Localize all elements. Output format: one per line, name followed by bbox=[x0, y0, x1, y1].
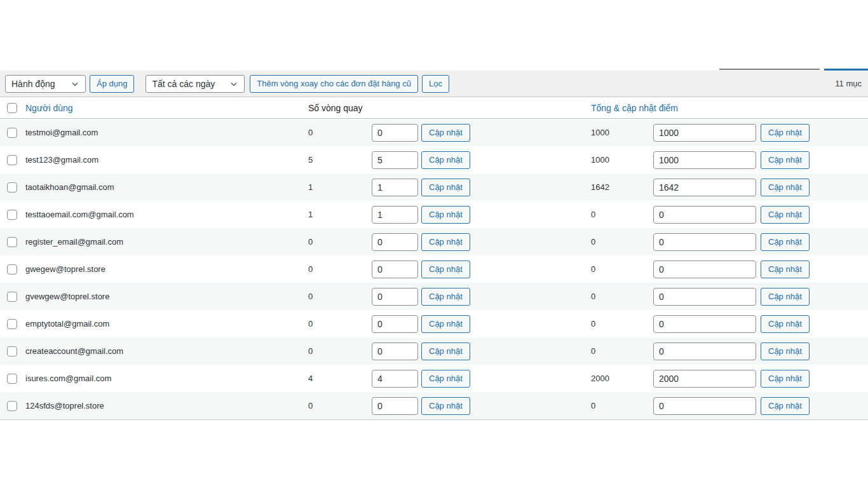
row-points-cell: 0 bbox=[588, 346, 653, 356]
spins-input[interactable] bbox=[372, 261, 418, 278]
spins-update-button[interactable]: Cập nhật bbox=[421, 261, 470, 278]
spins-update-button[interactable]: Cập nhật bbox=[421, 124, 470, 142]
row-checkbox-cell bbox=[0, 155, 21, 165]
apply-button[interactable]: Áp dụng bbox=[90, 75, 134, 93]
points-update-button[interactable]: Cập nhật bbox=[761, 124, 810, 142]
users-points-table: Người dùng Số vòng quay Tổng & cập nhật … bbox=[0, 97, 868, 420]
points-update-button[interactable]: Cập nhật bbox=[761, 233, 810, 251]
row-spins-input-cell bbox=[372, 342, 421, 360]
points-update-button[interactable]: Cập nhật bbox=[761, 397, 810, 415]
spins-input[interactable] bbox=[372, 151, 418, 169]
user-email: testmoi@gmail.com bbox=[25, 128, 98, 137]
row-points-input-cell bbox=[653, 288, 760, 306]
points-total: 2000 bbox=[591, 374, 609, 383]
spins-input[interactable] bbox=[372, 124, 418, 142]
row-spins-input-cell bbox=[372, 261, 421, 278]
filter-button[interactable]: Lọc bbox=[422, 75, 449, 93]
spins-update-button[interactable]: Cập nhật bbox=[421, 151, 470, 169]
row-spins-input-cell bbox=[372, 206, 421, 224]
row-checkbox[interactable] bbox=[7, 210, 17, 220]
points-input[interactable] bbox=[653, 288, 756, 306]
row-spins-update-cell: Cập nhật bbox=[421, 261, 588, 278]
points-update-button[interactable]: Cập nhật bbox=[761, 315, 810, 333]
points-input[interactable] bbox=[653, 206, 756, 224]
header-points-cell: Tổng & cập nhật điểm bbox=[588, 103, 868, 113]
header-user-cell: Người dùng bbox=[21, 103, 303, 113]
row-checkbox[interactable] bbox=[7, 346, 17, 356]
row-spins-cell: 1 bbox=[303, 182, 372, 192]
date-filter-select-value: Tất cả các ngày bbox=[152, 79, 215, 89]
spins-update-button[interactable]: Cập nhật bbox=[421, 233, 470, 251]
header-points-sort-link[interactable]: Tổng & cập nhật điểm bbox=[591, 103, 678, 113]
spins-input[interactable] bbox=[372, 206, 418, 224]
row-email-cell: test123@gmail.com bbox=[21, 155, 303, 165]
row-checkbox[interactable] bbox=[7, 128, 17, 138]
points-input[interactable] bbox=[653, 342, 756, 360]
row-checkbox-cell bbox=[0, 237, 21, 247]
row-points-cell: 2000 bbox=[588, 374, 653, 383]
row-checkbox[interactable] bbox=[7, 264, 17, 274]
points-update-button[interactable]: Cập nhật bbox=[761, 370, 810, 388]
spins-input[interactable] bbox=[372, 179, 418, 196]
table-row: createaccount@gmail.com 0 Cập nhật 0 Cập… bbox=[0, 337, 868, 365]
spins-update-button[interactable]: Cập nhật bbox=[421, 397, 470, 415]
spins-update-button[interactable]: Cập nhật bbox=[421, 370, 470, 388]
points-input[interactable] bbox=[653, 370, 756, 388]
row-checkbox[interactable] bbox=[7, 374, 17, 384]
row-checkbox[interactable] bbox=[7, 292, 17, 302]
points-input[interactable] bbox=[653, 151, 756, 169]
spins-update-button[interactable]: Cập nhật bbox=[421, 288, 470, 306]
points-total: 1642 bbox=[591, 182, 609, 192]
row-spins-input-cell bbox=[372, 370, 421, 388]
row-points-input-cell bbox=[653, 179, 760, 196]
row-checkbox-cell bbox=[0, 346, 21, 356]
spins-update-button[interactable]: Cập nhật bbox=[421, 206, 470, 224]
row-points-cell: 1000 bbox=[588, 155, 653, 165]
select-all-checkbox[interactable] bbox=[7, 103, 17, 113]
user-email: register_email@gmail.com bbox=[25, 237, 123, 247]
table-row: gvewgew@toprel.store 0 Cập nhật 0 Cập nh… bbox=[0, 283, 868, 310]
points-total: 1000 bbox=[591, 155, 609, 165]
row-checkbox[interactable] bbox=[7, 319, 17, 329]
spins-input[interactable] bbox=[372, 342, 418, 360]
spins-input[interactable] bbox=[372, 370, 418, 388]
row-checkbox-cell bbox=[0, 401, 21, 411]
row-checkbox-cell bbox=[0, 374, 21, 384]
spins-update-button[interactable]: Cập nhật bbox=[421, 315, 470, 333]
points-input[interactable] bbox=[653, 397, 756, 415]
bulk-action-select[interactable]: Hành động bbox=[5, 75, 86, 93]
points-update-button[interactable]: Cập nhật bbox=[761, 261, 810, 278]
add-spins-for-old-orders-button[interactable]: Thêm vòng xoay cho các đơn đặt hàng cũ bbox=[250, 75, 418, 93]
row-points-update-cell: Cập nhật bbox=[760, 370, 868, 388]
spins-input[interactable] bbox=[372, 288, 418, 306]
row-checkbox[interactable] bbox=[7, 401, 17, 411]
spins-update-button[interactable]: Cập nhật bbox=[421, 179, 470, 196]
points-update-button[interactable]: Cập nhật bbox=[761, 342, 810, 360]
points-input[interactable] bbox=[653, 315, 756, 333]
points-update-button[interactable]: Cập nhật bbox=[761, 288, 810, 306]
points-input[interactable] bbox=[653, 179, 756, 196]
date-filter-select[interactable]: Tất cả các ngày bbox=[146, 75, 245, 93]
search-input-cropped[interactable] bbox=[719, 69, 820, 70]
points-input[interactable] bbox=[653, 233, 756, 251]
row-checkbox[interactable] bbox=[7, 182, 17, 193]
points-update-button[interactable]: Cập nhật bbox=[761, 206, 810, 224]
points-input[interactable] bbox=[653, 261, 756, 278]
spins-input[interactable] bbox=[372, 397, 418, 415]
row-checkbox-cell bbox=[0, 319, 21, 329]
row-checkbox-cell bbox=[0, 182, 21, 193]
row-checkbox[interactable] bbox=[7, 237, 17, 247]
points-update-button[interactable]: Cập nhật bbox=[761, 151, 810, 169]
row-spins-update-cell: Cập nhật bbox=[421, 179, 588, 196]
points-input[interactable] bbox=[653, 124, 756, 142]
points-update-button[interactable]: Cập nhật bbox=[761, 179, 810, 196]
row-points-cell: 0 bbox=[588, 210, 653, 219]
header-user-sort-link[interactable]: Người dùng bbox=[25, 103, 73, 113]
row-points-update-cell: Cập nhật bbox=[760, 342, 868, 360]
row-points-update-cell: Cập nhật bbox=[760, 151, 868, 169]
row-spins-input-cell bbox=[372, 151, 421, 169]
spins-input[interactable] bbox=[372, 233, 418, 251]
spins-update-button[interactable]: Cập nhật bbox=[421, 342, 470, 360]
spins-input[interactable] bbox=[372, 315, 418, 333]
row-checkbox[interactable] bbox=[7, 155, 17, 165]
